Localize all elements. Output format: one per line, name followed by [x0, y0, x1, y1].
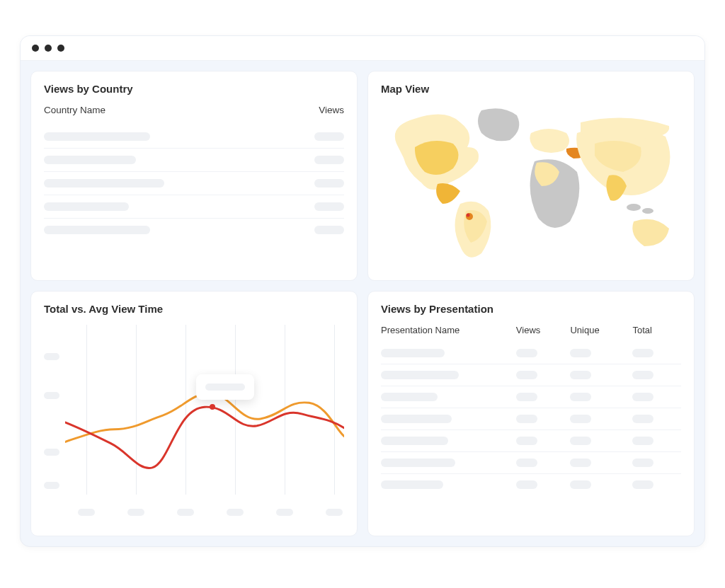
table-row: [381, 452, 681, 474]
placeholder: [314, 156, 344, 164]
placeholder: [632, 480, 653, 489]
placeholder: [570, 371, 591, 379]
line-chart[interactable]: [44, 325, 344, 523]
panel-title: Map View: [381, 83, 681, 95]
chart-tooltip: [196, 374, 254, 400]
x-tick-placeholder: [276, 509, 293, 516]
placeholder: [314, 132, 344, 141]
panel-title: Views by Country: [44, 83, 344, 95]
table-row: [381, 474, 681, 495]
placeholder: [632, 459, 653, 467]
country-table-header: Country Name Views: [44, 105, 344, 115]
presentation-table-body: [381, 342, 681, 495]
window-titlebar: [21, 36, 704, 61]
table-row: [381, 364, 681, 386]
table-row: [381, 342, 681, 364]
placeholder: [314, 179, 344, 188]
placeholder: [381, 415, 452, 423]
placeholder: [44, 156, 136, 164]
col-presentation-name: Presentation Name: [381, 325, 510, 335]
placeholder: [516, 459, 537, 467]
x-tick-placeholder: [326, 509, 343, 516]
placeholder: [570, 480, 591, 489]
table-row: [381, 386, 681, 408]
y-tick-placeholder: [44, 353, 59, 360]
table-row: [44, 149, 344, 172]
placeholder: [516, 349, 537, 357]
x-tick-placeholder: [227, 509, 244, 516]
placeholder: [632, 371, 653, 379]
panel-map-view: Map View: [367, 71, 695, 281]
placeholder: [381, 371, 459, 379]
window-dot-icon: [57, 45, 64, 52]
y-tick-placeholder: [44, 449, 59, 456]
country-table-body: [44, 125, 344, 241]
placeholder: [381, 480, 443, 489]
panel-views-by-presentation: Views by Presentation Presentation Name …: [367, 291, 695, 536]
placeholder: [314, 202, 344, 211]
line-chart-svg: [65, 325, 344, 492]
window-dot-icon: [45, 45, 52, 52]
window-dot-icon: [32, 45, 39, 52]
panel-title: Total vs. Avg View Time: [44, 303, 344, 315]
svg-point-1: [467, 214, 470, 217]
table-row: [44, 195, 344, 219]
placeholder: [381, 437, 448, 445]
placeholder: [516, 393, 537, 401]
placeholder: [570, 459, 591, 467]
placeholder: [570, 437, 591, 445]
y-tick-placeholder: [44, 482, 59, 489]
placeholder: [632, 415, 653, 423]
placeholder: [570, 415, 591, 423]
svg-point-2: [627, 204, 641, 211]
col-views: Views: [516, 325, 565, 335]
world-map-svg: [382, 105, 680, 267]
placeholder: [570, 349, 591, 357]
placeholder: [570, 393, 591, 401]
placeholder: [632, 393, 653, 401]
placeholder: [44, 179, 164, 188]
table-row: [44, 172, 344, 195]
tooltip-placeholder: [205, 384, 245, 391]
panel-total-vs-avg: Total vs. Avg View Time: [30, 291, 358, 536]
placeholder: [516, 480, 537, 489]
table-row: [44, 219, 344, 241]
placeholder: [632, 349, 653, 357]
placeholder: [632, 437, 653, 445]
x-tick-placeholder: [78, 509, 95, 516]
placeholder: [44, 226, 150, 234]
placeholder: [516, 371, 537, 379]
y-tick-placeholder: [44, 392, 59, 399]
browser-window: Views by Country Country Name Views: [20, 35, 705, 547]
panel-views-by-country: Views by Country Country Name Views: [30, 71, 358, 281]
col-country-name: Country Name: [44, 105, 105, 115]
svg-point-3: [642, 208, 653, 214]
col-views: Views: [319, 105, 344, 115]
placeholder: [44, 202, 129, 211]
chart-highlight-dot-icon: [210, 404, 215, 410]
placeholder: [381, 349, 445, 357]
table-row: [44, 125, 344, 149]
panel-title: Views by Presentation: [381, 303, 681, 315]
col-unique: Unique: [570, 325, 627, 335]
placeholder: [381, 393, 438, 401]
placeholder: [516, 437, 537, 445]
dashboard-grid: Views by Country Country Name Views: [21, 61, 704, 546]
col-total: Total: [632, 325, 681, 335]
placeholder: [516, 415, 537, 423]
x-tick-placeholder: [177, 509, 194, 516]
x-tick-placeholder: [127, 509, 144, 516]
world-map[interactable]: [381, 105, 681, 267]
table-row: [381, 408, 681, 430]
placeholder: [314, 226, 344, 234]
presentation-table-header: Presentation Name Views Unique Total: [381, 325, 681, 335]
placeholder: [44, 132, 150, 141]
placeholder: [381, 459, 455, 467]
table-row: [381, 430, 681, 452]
